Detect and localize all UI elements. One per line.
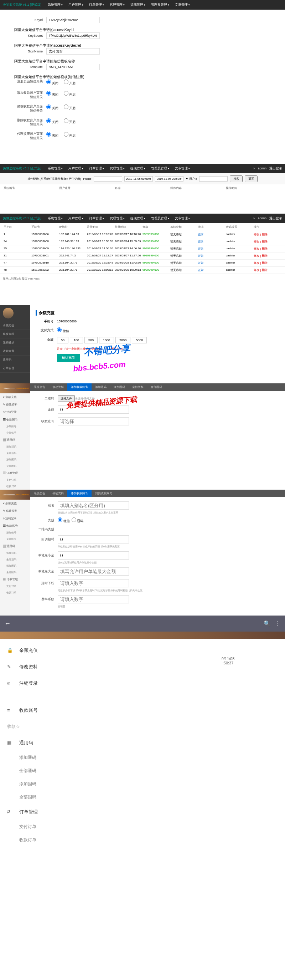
sidebar-item[interactable]: ☰ 订单管理 <box>0 469 30 477</box>
user-label[interactable]: admin <box>258 167 266 170</box>
amount-100-button[interactable]: 100 <box>70 337 83 344</box>
sidebar-sub[interactable]: 全部固码 <box>0 569 30 576</box>
avatar[interactable] <box>3 308 14 318</box>
confirm-recharge-button[interactable]: 确认充值 <box>57 354 80 362</box>
mobile-sub[interactable]: 收款订单 <box>0 834 171 846</box>
side-recharge[interactable]: 余额充值 <box>0 321 30 330</box>
mobile-section-accounts[interactable]: ≡收款账号 <box>0 702 171 719</box>
keyid-input[interactable] <box>46 17 100 23</box>
mobile-section-orders[interactable]: ₽订单管理 <box>0 804 171 820</box>
sidebar-item[interactable]: ☰ 收款账号 <box>0 416 30 423</box>
sidebar-item[interactable]: ☰ 收款账号 <box>0 522 30 530</box>
account-select[interactable] <box>58 417 129 425</box>
more-icon[interactable]: ⋮ <box>275 620 281 627</box>
amount-50-button[interactable]: 50 <box>57 337 68 344</box>
nav2-article[interactable]: 文章管理 <box>172 165 193 172</box>
nav2-user[interactable]: 用户管理 <box>65 165 86 172</box>
mobile-item[interactable]: 🔒余额充值 <box>0 642 171 659</box>
sidebar-item[interactable]: ⎋ 注销登录 <box>0 408 30 416</box>
side-order[interactable]: 订单管理 <box>0 364 30 373</box>
reset-button[interactable]: 重置 <box>245 175 258 182</box>
mobile-sub[interactable]: 添加通码 <box>0 751 171 764</box>
search-button[interactable]: 搜索 <box>230 175 242 182</box>
choose-file-button[interactable]: 选择文件 <box>58 395 75 402</box>
mobile-section-codes[interactable]: ▦通用码 <box>0 735 171 751</box>
sidebar-sub[interactable]: 支付订单 <box>0 477 30 483</box>
nav-order[interactable]: 订单管理 <box>86 2 107 8</box>
sidebar-item[interactable]: ✎ 修改资料 <box>0 401 30 408</box>
tab-4[interactable]: 添加固码 <box>110 383 128 391</box>
mobile-sub[interactable]: 全部固码 <box>0 791 171 804</box>
side-logout[interactable]: 注销登录 <box>0 339 30 347</box>
search-icon[interactable]: 🔍 <box>264 620 271 627</box>
alias-input[interactable] <box>58 501 129 510</box>
mobile-item[interactable]: ⎋注销登录 <box>0 675 171 692</box>
tab-5[interactable]: 全部资料 <box>128 383 147 391</box>
logout-link[interactable]: 退出登录 <box>269 166 282 171</box>
date-from[interactable] <box>124 176 153 181</box>
tab2-0[interactable]: 系统公告 <box>30 490 49 497</box>
sidebar-sub[interactable]: 添加账号 <box>0 423 30 430</box>
min-input[interactable] <box>58 551 129 560</box>
back-icon[interactable]: ← <box>4 620 11 627</box>
mobile-item[interactable]: ✎修改资料 <box>0 659 171 675</box>
tab2-3[interactable]: 我的收款账号 <box>92 490 116 497</box>
amount-1000-button[interactable]: 1000 <box>99 337 114 344</box>
phone-filter[interactable] <box>94 176 122 181</box>
sidebar-item[interactable]: ▦ 通用码 <box>0 542 30 550</box>
amount-5000-button[interactable]: 5000 <box>132 337 147 344</box>
side-code[interactable]: 通用码 <box>0 356 30 364</box>
tab-1[interactable]: 修改资料 <box>49 383 67 391</box>
sidebar-sub[interactable]: 添加账号 <box>0 530 30 536</box>
side-profile[interactable]: 修改资料 <box>0 330 30 339</box>
template-input[interactable] <box>46 64 100 70</box>
rate-input[interactable] <box>58 595 129 603</box>
nav-user[interactable]: 用户管理 <box>65 2 86 8</box>
tab2-2[interactable]: 添加收款账号 <box>67 490 92 497</box>
delay-input[interactable] <box>58 579 129 587</box>
mobile-sub[interactable]: 添加固码 <box>0 778 171 791</box>
tab-2[interactable]: 添加收款账号 <box>67 383 92 391</box>
nav-article[interactable]: 文章管理 <box>172 2 193 8</box>
amount-2000-button[interactable]: 2000 <box>116 337 130 344</box>
sidebar-sub[interactable]: 全部通码 <box>0 450 30 457</box>
nav-withdraw[interactable]: 提现管理 <box>128 2 148 8</box>
nav-system[interactable]: 系统管理 <box>45 2 65 8</box>
side-account[interactable]: 收款账号 <box>0 347 30 356</box>
nav-admin[interactable]: 管理员管理 <box>148 2 172 8</box>
nav2-order[interactable]: 订单管理 <box>86 165 107 172</box>
keysecret-input[interactable] <box>46 32 100 39</box>
amount-500-button[interactable]: 500 <box>84 337 98 344</box>
sidebar-sub[interactable]: 添加通码 <box>0 444 30 450</box>
timeout-input[interactable] <box>58 535 129 544</box>
sidebar-sub[interactable]: 收款订单 <box>0 483 30 490</box>
sidebar-sub[interactable]: 收款订单 <box>0 590 30 596</box>
signname-input[interactable] <box>46 48 100 54</box>
sidebar-sub[interactable]: 全部通码 <box>0 556 30 563</box>
amount-input[interactable] <box>58 406 129 414</box>
mobile-sub[interactable]: 全部通码 <box>0 764 171 778</box>
sidebar-sub[interactable]: 添加固码 <box>0 563 30 569</box>
sidebar-item[interactable]: ¥ 余额充值 <box>0 393 30 401</box>
sidebar-sub[interactable]: 全部账号 <box>0 536 30 542</box>
mobile-sub[interactable]: 支付订单 <box>0 820 171 834</box>
max-input[interactable] <box>58 567 129 576</box>
tab-0[interactable]: 系统公告 <box>30 383 49 391</box>
date-to[interactable] <box>155 176 184 181</box>
nav2-admin[interactable]: 管理员管理 <box>148 165 172 172</box>
tab-3[interactable]: 添加通码 <box>92 383 110 391</box>
sidebar-item[interactable]: ⎋ 注销登录 <box>0 515 30 522</box>
sidebar-item[interactable]: ☰ 订单管理 <box>0 576 30 583</box>
nav2-system[interactable]: 系统管理 <box>45 165 65 172</box>
sidebar-item[interactable]: ¥ 余额充值 <box>0 500 30 507</box>
tab-6[interactable]: 全部固码 <box>147 383 166 391</box>
nav2-agent[interactable]: 代理管理 <box>107 165 128 172</box>
tab2-1[interactable]: 修改资料 <box>49 490 67 497</box>
pager[interactable]: 显示 1到第6条 每页 Pre Next <box>0 274 285 283</box>
userid-filter[interactable] <box>199 176 228 181</box>
sidebar-item[interactable]: ✎ 修改资料 <box>0 507 30 515</box>
sidebar-sub[interactable]: 添加通码 <box>0 550 30 556</box>
nav2-withdraw[interactable]: 提现管理 <box>128 165 148 172</box>
sidebar-sub[interactable]: 支付订单 <box>0 583 30 590</box>
sidebar-sub[interactable]: 全部账号 <box>0 430 30 436</box>
